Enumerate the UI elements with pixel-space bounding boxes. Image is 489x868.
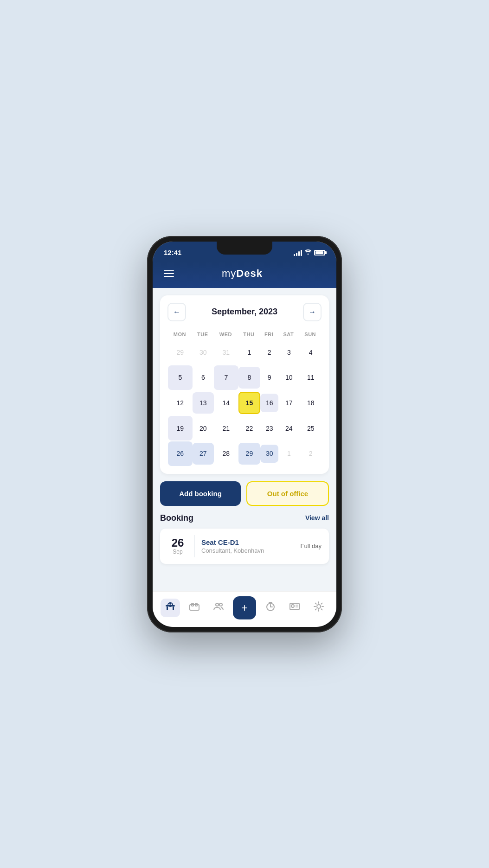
calendar-day-cell[interactable]: 21 — [213, 415, 238, 441]
out-of-office-button[interactable]: Out of office — [246, 481, 329, 506]
weekday-header-cell: MON — [167, 329, 192, 340]
booking-header: Booking View all — [160, 513, 329, 523]
svg-rect-2 — [167, 606, 168, 610]
booking-info: Seat CE-D1 Consultant, Kobenhavn — [201, 538, 294, 554]
weekday-header-cell: SAT — [278, 329, 299, 340]
weekday-header-cell: SUN — [299, 329, 322, 340]
booking-section: Booking View all 26 Sep Seat CE-D1 Consu… — [160, 513, 329, 564]
timer-icon — [264, 600, 277, 615]
calendar-day-cell[interactable]: 23 — [260, 415, 278, 441]
calendar-grid: MONTUEWEDTHUFRISATSUN 293031123456789101… — [167, 329, 322, 466]
calendar-day-cell[interactable]: 17 — [278, 390, 299, 416]
calendar-day-cell[interactable]: 26 — [167, 441, 192, 466]
calendar-day-cell[interactable]: 1 — [278, 441, 299, 466]
calendar-day-cell[interactable]: 5 — [167, 365, 192, 390]
calendar-day-cell[interactable]: 25 — [299, 415, 322, 441]
calendar-day-cell[interactable]: 11 — [299, 365, 322, 390]
calendar-day-cell[interactable]: 1 — [238, 340, 260, 365]
battery-icon — [314, 250, 325, 255]
calendar-day-cell[interactable]: 15 — [238, 390, 260, 416]
calendar-day-cell[interactable]: 4 — [299, 340, 322, 365]
calendar-day-cell[interactable]: 29 — [238, 441, 260, 466]
calendar-day-cell[interactable]: 20 — [192, 415, 213, 441]
weekday-header-cell: TUE — [192, 329, 213, 340]
calendar-day-cell[interactable]: 29 — [167, 340, 192, 365]
nav-item-meeting[interactable] — [185, 599, 204, 617]
calendar-day-cell[interactable]: 31 — [213, 340, 238, 365]
next-month-button[interactable]: → — [303, 303, 322, 321]
calendar-day-cell[interactable]: 9 — [260, 365, 278, 390]
calendar-day-cell[interactable]: 19 — [167, 415, 192, 441]
prev-month-button[interactable]: ← — [167, 303, 186, 321]
main-content: ← September, 2023 → MONTUEWEDTHUFRISATSU… — [153, 288, 336, 591]
booking-seat-name: Seat CE-D1 — [201, 538, 294, 546]
calendar-day-cell[interactable]: 30 — [192, 340, 213, 365]
calendar-day-cell[interactable]: 28 — [213, 441, 238, 466]
nav-item-timer[interactable] — [261, 599, 280, 617]
desk-icon — [164, 600, 176, 615]
bottom-nav: + — [153, 591, 336, 627]
calendar-day-cell[interactable]: 8 — [238, 365, 260, 390]
phone-frame: 12:41 — [147, 236, 342, 632]
calendar-header: ← September, 2023 → — [167, 303, 322, 321]
nav-item-desk[interactable] — [161, 599, 180, 617]
add-icon: + — [241, 601, 248, 614]
svg-point-10 — [219, 603, 222, 606]
nav-item-add[interactable]: + — [233, 596, 256, 619]
weekday-header-cell: THU — [238, 329, 260, 340]
calendar-day-cell[interactable]: 18 — [299, 390, 322, 416]
meeting-icon — [188, 600, 200, 615]
booking-section-title: Booking — [160, 513, 193, 523]
booking-day: 26 — [167, 537, 188, 549]
svg-rect-3 — [173, 606, 174, 610]
nav-item-settings[interactable] — [309, 599, 328, 617]
calendar-day-cell[interactable]: 22 — [238, 415, 260, 441]
calendar-container: ← September, 2023 → MONTUEWEDTHUFRISATSU… — [160, 295, 329, 474]
phone-screen: 12:41 — [153, 242, 336, 627]
calendar-day-cell[interactable]: 2 — [260, 340, 278, 365]
calendar-day-cell[interactable]: 16 — [260, 390, 278, 416]
view-all-link[interactable]: View all — [305, 514, 329, 522]
settings-icon — [313, 600, 325, 615]
calendar-day-cell[interactable]: 30 — [260, 441, 278, 466]
svg-point-9 — [216, 603, 219, 606]
signal-icon — [294, 249, 302, 256]
weekday-header-cell: WED — [213, 329, 238, 340]
svg-point-19 — [317, 605, 321, 608]
add-booking-button[interactable]: Add booking — [160, 481, 241, 506]
hamburger-button[interactable] — [164, 270, 174, 277]
calendar-day-cell[interactable]: 14 — [213, 390, 238, 416]
calendar-day-cell[interactable]: 10 — [278, 365, 299, 390]
calendar-month-year: September, 2023 — [212, 307, 277, 317]
app-header: myDesk — [153, 262, 336, 288]
booking-time: Full day — [300, 542, 322, 549]
people-icon — [212, 600, 225, 615]
booking-card[interactable]: 26 Sep Seat CE-D1 Consultant, Kobenhavn … — [160, 529, 329, 564]
calendar-day-cell[interactable]: 13 — [192, 390, 213, 416]
calendar-day-cell[interactable]: 3 — [278, 340, 299, 365]
status-time: 12:41 — [164, 249, 181, 256]
calendar-day-cell[interactable]: 24 — [278, 415, 299, 441]
svg-point-0 — [308, 254, 309, 255]
calendar-day-cell[interactable]: 6 — [192, 365, 213, 390]
svg-point-5 — [169, 603, 171, 605]
nav-item-people[interactable] — [209, 599, 228, 617]
status-icons — [294, 249, 325, 256]
card-icon — [289, 600, 301, 615]
calendar-day-cell[interactable]: 2 — [299, 441, 322, 466]
booking-date: 26 Sep — [167, 537, 188, 555]
booking-cards: 26 Sep Seat CE-D1 Consultant, Kobenhavn … — [160, 529, 329, 564]
action-buttons: Add booking Out of office — [160, 481, 329, 506]
weekday-header-cell: FRI — [260, 329, 278, 340]
calendar-day-cell[interactable]: 27 — [192, 441, 213, 466]
nav-item-card[interactable] — [285, 599, 304, 617]
booking-divider — [194, 535, 195, 557]
wifi-icon — [304, 249, 312, 256]
app-title: myDesk — [222, 268, 263, 280]
booking-location: Consultant, Kobenhavn — [201, 547, 294, 554]
notch — [217, 242, 272, 255]
booking-month: Sep — [167, 549, 188, 555]
svg-point-16 — [291, 605, 294, 607]
calendar-day-cell[interactable]: 7 — [213, 365, 238, 390]
calendar-day-cell[interactable]: 12 — [167, 390, 192, 416]
